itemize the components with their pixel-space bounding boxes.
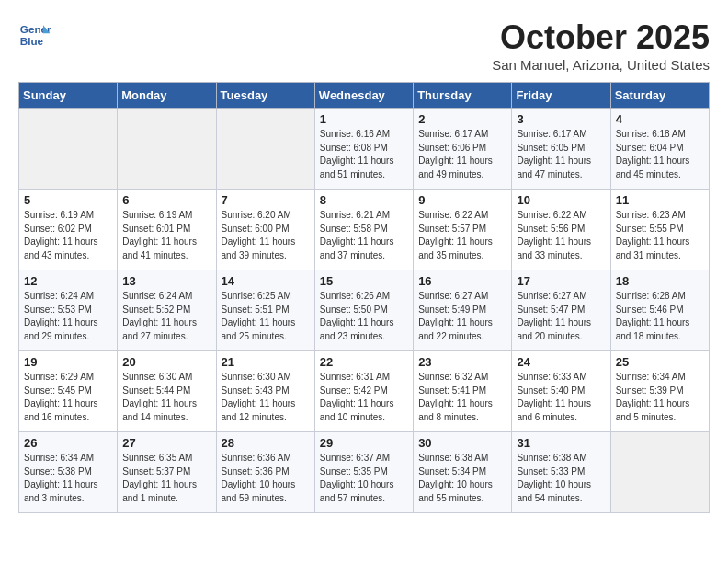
calendar-cell: 3Sunrise: 6:17 AM Sunset: 6:05 PM Daylig… [512, 109, 610, 190]
weekday-header-row: SundayMondayTuesdayWednesdayThursdayFrid… [19, 83, 710, 109]
calendar-cell: 30Sunrise: 6:38 AM Sunset: 5:34 PM Dayli… [414, 432, 512, 513]
day-info: Sunrise: 6:21 AM Sunset: 5:58 PM Dayligh… [320, 209, 408, 262]
title-area: October 2025 San Manuel, Arizona, United… [492, 18, 710, 73]
calendar-cell: 14Sunrise: 6:25 AM Sunset: 5:51 PM Dayli… [216, 270, 314, 351]
calendar-cell [610, 432, 709, 513]
logo: General Blue [18, 18, 51, 52]
day-number: 10 [517, 193, 605, 207]
day-number: 14 [222, 274, 310, 288]
day-info: Sunrise: 6:36 AM Sunset: 5:36 PM Dayligh… [222, 452, 310, 505]
day-number: 31 [517, 436, 605, 450]
day-info: Sunrise: 6:25 AM Sunset: 5:51 PM Dayligh… [222, 290, 310, 343]
day-info: Sunrise: 6:26 AM Sunset: 5:50 PM Dayligh… [320, 290, 408, 343]
day-info: Sunrise: 6:20 AM Sunset: 6:00 PM Dayligh… [222, 209, 310, 262]
day-number: 16 [418, 274, 506, 288]
calendar-cell: 22Sunrise: 6:31 AM Sunset: 5:42 PM Dayli… [314, 351, 413, 432]
day-info: Sunrise: 6:29 AM Sunset: 5:45 PM Dayligh… [24, 371, 112, 424]
day-info: Sunrise: 6:31 AM Sunset: 5:42 PM Dayligh… [320, 371, 408, 424]
weekday-sunday: Sunday [19, 83, 118, 109]
day-info: Sunrise: 6:19 AM Sunset: 6:01 PM Dayligh… [122, 209, 210, 262]
weekday-saturday: Saturday [610, 83, 709, 109]
calendar-cell: 12Sunrise: 6:24 AM Sunset: 5:53 PM Dayli… [19, 270, 118, 351]
day-number: 24 [517, 355, 605, 369]
day-number: 22 [320, 355, 408, 369]
day-info: Sunrise: 6:28 AM Sunset: 5:46 PM Dayligh… [616, 290, 704, 343]
calendar-cell: 1Sunrise: 6:16 AM Sunset: 6:08 PM Daylig… [314, 109, 413, 190]
day-info: Sunrise: 6:34 AM Sunset: 5:39 PM Dayligh… [616, 371, 704, 424]
week-row-1: 1Sunrise: 6:16 AM Sunset: 6:08 PM Daylig… [19, 109, 710, 190]
month-title: October 2025 [492, 18, 710, 57]
calendar-table: SundayMondayTuesdayWednesdayThursdayFrid… [18, 82, 710, 513]
calendar-cell: 8Sunrise: 6:21 AM Sunset: 5:58 PM Daylig… [314, 190, 413, 270]
weekday-thursday: Thursday [414, 83, 512, 109]
calendar-cell: 16Sunrise: 6:27 AM Sunset: 5:49 PM Dayli… [414, 270, 512, 351]
day-info: Sunrise: 6:27 AM Sunset: 5:49 PM Dayligh… [418, 290, 506, 343]
day-number: 5 [24, 193, 112, 207]
weekday-monday: Monday [118, 83, 216, 109]
day-number: 2 [418, 112, 506, 126]
calendar-cell: 4Sunrise: 6:18 AM Sunset: 6:04 PM Daylig… [610, 109, 709, 190]
day-number: 7 [222, 193, 310, 207]
calendar-cell: 24Sunrise: 6:33 AM Sunset: 5:40 PM Dayli… [512, 351, 610, 432]
calendar-cell: 15Sunrise: 6:26 AM Sunset: 5:50 PM Dayli… [314, 270, 413, 351]
calendar-cell: 18Sunrise: 6:28 AM Sunset: 5:46 PM Dayli… [610, 270, 709, 351]
calendar-cell: 25Sunrise: 6:34 AM Sunset: 5:39 PM Dayli… [610, 351, 709, 432]
calendar-cell: 9Sunrise: 6:22 AM Sunset: 5:57 PM Daylig… [414, 190, 512, 270]
day-info: Sunrise: 6:24 AM Sunset: 5:52 PM Dayligh… [122, 290, 210, 343]
day-info: Sunrise: 6:24 AM Sunset: 5:53 PM Dayligh… [24, 290, 112, 343]
day-number: 26 [24, 436, 112, 450]
calendar-cell: 13Sunrise: 6:24 AM Sunset: 5:52 PM Dayli… [118, 270, 216, 351]
day-info: Sunrise: 6:16 AM Sunset: 6:08 PM Dayligh… [320, 128, 408, 181]
day-number: 15 [320, 274, 408, 288]
day-number: 13 [122, 274, 210, 288]
calendar-body: 1Sunrise: 6:16 AM Sunset: 6:08 PM Daylig… [19, 109, 710, 513]
day-number: 20 [122, 355, 210, 369]
day-number: 19 [24, 355, 112, 369]
day-info: Sunrise: 6:30 AM Sunset: 5:44 PM Dayligh… [122, 371, 210, 424]
day-info: Sunrise: 6:33 AM Sunset: 5:40 PM Dayligh… [517, 371, 605, 424]
calendar-cell [19, 109, 118, 190]
subtitle: San Manuel, Arizona, United States [492, 57, 710, 73]
week-row-4: 19Sunrise: 6:29 AM Sunset: 5:45 PM Dayli… [19, 351, 710, 432]
calendar-cell: 20Sunrise: 6:30 AM Sunset: 5:44 PM Dayli… [118, 351, 216, 432]
weekday-wednesday: Wednesday [314, 83, 413, 109]
day-info: Sunrise: 6:38 AM Sunset: 5:33 PM Dayligh… [517, 452, 605, 505]
day-number: 21 [222, 355, 310, 369]
day-number: 29 [320, 436, 408, 450]
day-number: 4 [616, 112, 704, 126]
calendar-cell: 29Sunrise: 6:37 AM Sunset: 5:35 PM Dayli… [314, 432, 413, 513]
svg-text:Blue: Blue [20, 35, 44, 47]
day-number: 28 [222, 436, 310, 450]
day-info: Sunrise: 6:18 AM Sunset: 6:04 PM Dayligh… [616, 128, 704, 181]
header: General Blue October 2025 San Manuel, Ar… [18, 18, 710, 73]
day-info: Sunrise: 6:35 AM Sunset: 5:37 PM Dayligh… [122, 452, 210, 505]
day-number: 6 [122, 193, 210, 207]
day-info: Sunrise: 6:37 AM Sunset: 5:35 PM Dayligh… [320, 452, 408, 505]
calendar-cell: 10Sunrise: 6:22 AM Sunset: 5:56 PM Dayli… [512, 190, 610, 270]
weekday-tuesday: Tuesday [216, 83, 314, 109]
calendar-cell: 2Sunrise: 6:17 AM Sunset: 6:06 PM Daylig… [414, 109, 512, 190]
logo-icon: General Blue [18, 18, 51, 52]
day-number: 1 [320, 112, 408, 126]
day-info: Sunrise: 6:19 AM Sunset: 6:02 PM Dayligh… [24, 209, 112, 262]
week-row-5: 26Sunrise: 6:34 AM Sunset: 5:38 PM Dayli… [19, 432, 710, 513]
calendar-cell: 31Sunrise: 6:38 AM Sunset: 5:33 PM Dayli… [512, 432, 610, 513]
calendar-cell: 21Sunrise: 6:30 AM Sunset: 5:43 PM Dayli… [216, 351, 314, 432]
calendar-cell: 19Sunrise: 6:29 AM Sunset: 5:45 PM Dayli… [19, 351, 118, 432]
day-number: 27 [122, 436, 210, 450]
day-number: 30 [418, 436, 506, 450]
day-number: 18 [616, 274, 704, 288]
calendar-cell: 28Sunrise: 6:36 AM Sunset: 5:36 PM Dayli… [216, 432, 314, 513]
day-number: 9 [418, 193, 506, 207]
day-number: 3 [517, 112, 605, 126]
calendar-cell: 6Sunrise: 6:19 AM Sunset: 6:01 PM Daylig… [118, 190, 216, 270]
day-info: Sunrise: 6:30 AM Sunset: 5:43 PM Dayligh… [222, 371, 310, 424]
day-info: Sunrise: 6:38 AM Sunset: 5:34 PM Dayligh… [418, 452, 506, 505]
day-info: Sunrise: 6:17 AM Sunset: 6:06 PM Dayligh… [418, 128, 506, 181]
day-info: Sunrise: 6:22 AM Sunset: 5:57 PM Dayligh… [418, 209, 506, 262]
calendar-cell: 27Sunrise: 6:35 AM Sunset: 5:37 PM Dayli… [118, 432, 216, 513]
calendar-cell: 5Sunrise: 6:19 AM Sunset: 6:02 PM Daylig… [19, 190, 118, 270]
weekday-friday: Friday [512, 83, 610, 109]
day-info: Sunrise: 6:22 AM Sunset: 5:56 PM Dayligh… [517, 209, 605, 262]
week-row-2: 5Sunrise: 6:19 AM Sunset: 6:02 PM Daylig… [19, 190, 710, 270]
